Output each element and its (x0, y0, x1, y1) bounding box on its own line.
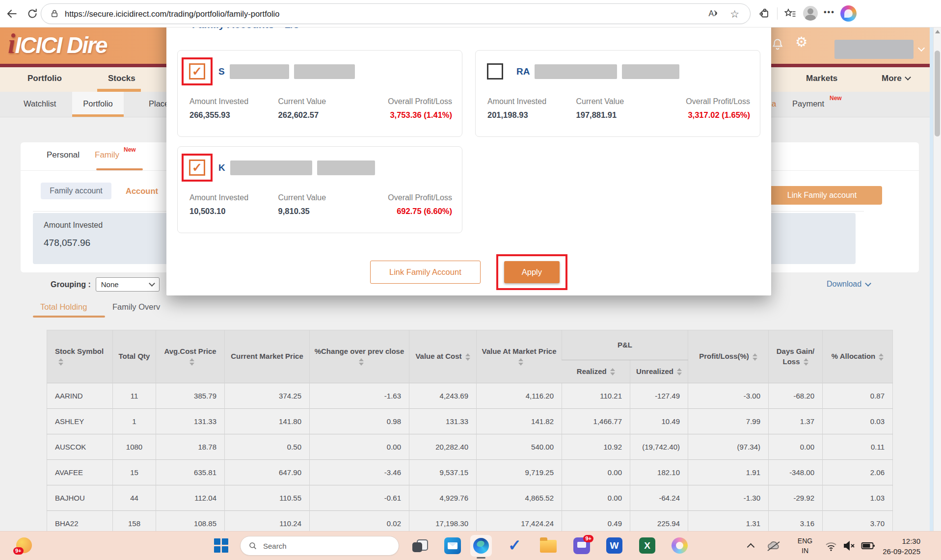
holding-row[interactable]: BHA22158108.85110.240.0217,198.3017,424.… (47, 511, 893, 532)
col-current-market-price[interactable]: Current Market Price (225, 330, 310, 383)
subnav-portfolio-active[interactable]: Portfolio (72, 92, 124, 117)
tab-total-holding[interactable]: Total Holding (40, 302, 87, 312)
link-family-account-button[interactable]: Link Family Account (370, 261, 481, 284)
amount-invested-card: Amount Invested 478,057.96 (33, 213, 170, 264)
paint-icon[interactable] (672, 537, 688, 554)
account-checkbox[interactable] (487, 63, 503, 80)
clock[interactable]: 12:30 26-09-2025 (883, 536, 920, 557)
holding-row[interactable]: BAJHOU44112.04110.55-0.614,929.764,865.5… (47, 485, 893, 511)
file-explorer-icon[interactable] (540, 540, 557, 553)
read-aloud-icon[interactable]: A (709, 9, 720, 18)
col-days-gain-loss[interactable]: Days Gain/ Loss (769, 330, 823, 383)
holding-row[interactable]: AVAFEE15635.81647.90-3.469,537.159,719.2… (47, 460, 893, 485)
scrollbar-up-arrow[interactable] (935, 30, 940, 33)
extensions-icon[interactable] (758, 7, 772, 21)
scrollbar[interactable] (933, 27, 941, 532)
tray-chevron-icon[interactable] (748, 542, 754, 548)
nav-stocks[interactable]: Stocks (108, 74, 135, 83)
account-toggle[interactable]: Account (126, 187, 158, 196)
account-name-initial: S (218, 66, 225, 77)
checkbox-annotation-box (480, 57, 511, 85)
task-view-icon[interactable] (412, 538, 427, 553)
apply-highlight-box: Apply (496, 254, 567, 290)
apply-button[interactable]: Apply (504, 261, 560, 283)
cell-total-qty: 1080 (113, 434, 156, 460)
nav-more[interactable]: More (882, 74, 910, 83)
url-text[interactable]: https://secure.icicidirect.com/trading/p… (65, 9, 709, 19)
cell-unrealized: 225.94 (630, 511, 688, 532)
battery-icon[interactable] (861, 541, 876, 551)
cell-avg-cost-price: 112.04 (156, 485, 225, 511)
onedrive-paused-icon[interactable] (766, 540, 781, 553)
nav-markets[interactable]: Markets (806, 74, 837, 83)
tab-personal[interactable]: Personal (47, 150, 80, 160)
cell-total-qty: 158 (113, 511, 156, 532)
word-icon[interactable]: W (606, 537, 622, 554)
cell-allocation: 0.87 (823, 383, 893, 409)
chevron-down-icon[interactable] (918, 45, 925, 52)
account-checkbox[interactable]: ✓ (189, 63, 205, 80)
copilot-icon[interactable] (840, 5, 857, 22)
holdings-table: Stock Symbol Total Qty Avg.Cost Price Cu… (47, 330, 893, 532)
col-realized[interactable]: Realized (562, 360, 630, 383)
col-profit-loss-pct[interactable]: Profit/Loss(%) (688, 330, 769, 383)
download-link[interactable]: Download (827, 280, 870, 289)
subnav-payment[interactable]: Payment (792, 99, 824, 108)
volume-muted-icon[interactable] (842, 540, 856, 551)
search-box[interactable]: Search (240, 536, 399, 556)
cell-allocation: 0.11 (823, 434, 893, 460)
favorites-bar-icon[interactable] (783, 7, 797, 21)
lock-icon[interactable] (50, 9, 59, 18)
col-stock-symbol[interactable]: Stock Symbol (47, 330, 113, 383)
cell-stock-symbol: BAJHOU (47, 485, 113, 511)
wifi-icon[interactable] (825, 541, 837, 552)
start-button[interactable] (214, 538, 228, 553)
col-pct-change[interactable]: %Change over prev close (310, 330, 409, 383)
col-allocation[interactable]: % Allocation (823, 330, 893, 383)
more-menu-icon[interactable]: ••• (824, 8, 835, 17)
favorite-star-icon[interactable]: ☆ (730, 9, 739, 19)
cell-value-at-cost: 17,198.30 (409, 511, 477, 532)
holding-row[interactable]: ASHLEY1131.33141.800.98131.33141.821,466… (47, 409, 893, 434)
excel-icon[interactable]: X (639, 537, 655, 554)
user-account-pill[interactable] (834, 40, 914, 59)
subnav-fragment[interactable]: a (772, 99, 776, 108)
taskbar: 9+ Search ✓ 9+ W X ENGIN 12:30 26-09-202… (0, 531, 941, 560)
cell-days-gain-loss: 3.16 (769, 511, 823, 532)
scrollbar-thumb[interactable] (935, 51, 940, 136)
todo-check-icon[interactable]: ✓ (508, 536, 521, 554)
cell-avg-cost-price: 635.81 (156, 460, 225, 485)
col-value-at-market[interactable]: Value At Market Price (477, 330, 562, 383)
link-family-account-page-button[interactable]: Link Family account (762, 186, 882, 205)
profile-avatar[interactable] (803, 6, 818, 21)
teams-icon[interactable]: 9+ (573, 537, 590, 554)
col-unrealized[interactable]: Unrealized (630, 360, 688, 383)
cell-realized: 0.00 (562, 460, 630, 485)
grouping-select[interactable]: None (96, 277, 160, 292)
family-account-toggle[interactable]: Family account (41, 183, 111, 199)
holding-row[interactable]: AARIND11385.79374.25-1.634,243.694,116.2… (47, 383, 893, 409)
tab-family[interactable]: Family (95, 150, 119, 160)
col-value-at-cost[interactable]: Value at Cost (409, 330, 477, 383)
current-value-label: Current Value (278, 97, 354, 106)
col-total-qty[interactable]: Total Qty (113, 330, 156, 383)
address-bar[interactable]: https://secure.icicidirect.com/trading/p… (41, 3, 751, 24)
tab-family-overview[interactable]: Family Overv (112, 302, 160, 312)
notifications-bell-icon[interactable] (771, 38, 784, 53)
outlook-icon[interactable] (444, 537, 461, 554)
refresh-icon[interactable] (26, 7, 39, 21)
col-avg-cost[interactable]: Avg.Cost Price (156, 330, 225, 383)
widgets-icon[interactable]: 9+ (16, 537, 32, 553)
subnav-watchlist[interactable]: Watchlist (24, 99, 56, 108)
cell-current-market-price: 110.55 (225, 485, 310, 511)
account-checkbox[interactable]: ✓ (189, 160, 205, 176)
language-indicator[interactable]: ENGIN (792, 536, 818, 556)
nav-portfolio[interactable]: Portfolio (27, 74, 62, 83)
icici-direct-logo[interactable]: iICICI Dire (8, 28, 107, 59)
col-pnl-group: P&L (562, 330, 688, 360)
holding-row[interactable]: AUSCOK108018.780.500.0020,282.40540.0010… (47, 434, 893, 460)
edge-browser-icon[interactable] (470, 535, 492, 557)
settings-gear-icon[interactable]: ⚙ (795, 35, 807, 49)
back-icon[interactable] (5, 7, 19, 21)
sort-icon (58, 358, 63, 366)
